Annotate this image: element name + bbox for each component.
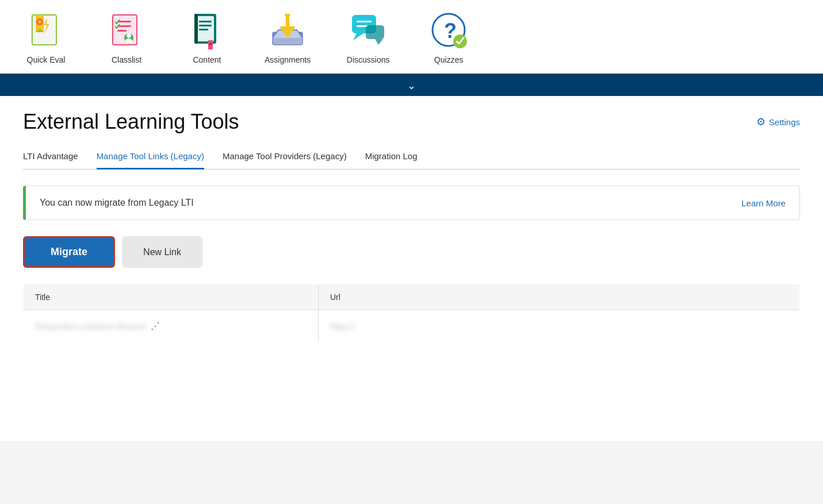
collapse-bar: ⌄ (0, 75, 823, 96)
learn-more-link[interactable]: Learn More (741, 198, 786, 208)
svg-rect-18 (199, 21, 212, 22)
settings-label: Settings (769, 117, 800, 127)
svg-point-5 (38, 20, 41, 24)
svg-point-13 (127, 33, 131, 38)
svg-rect-9 (117, 21, 131, 22)
classlist-icon (106, 9, 147, 51)
content-icon (186, 9, 228, 51)
nav-item-quick-eval[interactable]: Quick Eval (23, 9, 69, 64)
svg-rect-11 (117, 30, 127, 32)
tool-title-text: Respondus Lockdown Browser (35, 322, 146, 331)
nav-label-quick-eval: Quick Eval (27, 55, 66, 64)
gear-icon: ⚙ (756, 116, 765, 128)
svg-point-14 (125, 39, 132, 43)
nav-label-content: Content (193, 55, 221, 64)
info-banner: You can now migrate from Legacy LTI Lear… (23, 186, 800, 220)
action-buttons: Migrate New Link (23, 236, 800, 268)
tool-links-table: Title Url Respondus Lockdown Browser ⋰ h… (23, 284, 800, 343)
migrate-button[interactable]: Migrate (23, 236, 115, 268)
nav-item-assignments[interactable]: Assignments (265, 9, 311, 64)
tab-manage-tool-links[interactable]: Manage Tool Links (Legacy) (97, 145, 204, 170)
nav-label-quizzes: Quizzes (434, 55, 464, 64)
table-cell-title: Respondus Lockdown Browser ⋰ (24, 310, 319, 343)
tool-url-text: https:// (330, 322, 354, 331)
quizzes-icon: ? (428, 9, 469, 51)
main-content: External Learning Tools ⚙ Settings LTI A… (0, 96, 823, 441)
tab-manage-tool-providers[interactable]: Manage Tool Providers (Legacy) (223, 145, 347, 170)
collapse-button[interactable]: ⌄ (395, 77, 429, 94)
settings-link[interactable]: ⚙ Settings (756, 116, 800, 128)
svg-rect-10 (117, 25, 131, 27)
svg-rect-19 (199, 25, 212, 26)
share-icon: ⋰ (151, 321, 160, 332)
discussions-icon (347, 9, 389, 51)
nav-item-classlist[interactable]: Classlist (104, 9, 150, 64)
nav-label-assignments: Assignments (265, 55, 311, 64)
table-row: Respondus Lockdown Browser ⋰ https:// (24, 310, 800, 343)
new-link-button[interactable]: New Link (122, 236, 202, 268)
tabs-container: LTI Advantage Manage Tool Links (Legacy)… (23, 145, 800, 170)
tab-migration-log[interactable]: Migration Log (365, 145, 418, 170)
tab-lti-advantage[interactable]: LTI Advantage (23, 145, 78, 170)
nav-item-quizzes[interactable]: ? Quizzes (426, 9, 472, 64)
quick-eval-icon (25, 9, 67, 51)
nav-label-discussions: Discussions (347, 55, 390, 64)
nav-item-discussions[interactable]: Discussions (345, 9, 391, 64)
banner-text: You can now migrate from Legacy LTI (40, 198, 194, 208)
column-header-title: Title (24, 284, 319, 310)
svg-marker-29 (353, 33, 363, 40)
svg-rect-17 (194, 14, 198, 44)
table-cell-url: https:// (319, 310, 800, 343)
svg-rect-20 (199, 29, 208, 30)
column-header-url: Url (319, 284, 800, 310)
svg-rect-32 (366, 25, 384, 39)
page-header: External Learning Tools ⚙ Settings (23, 110, 800, 134)
svg-rect-30 (357, 21, 372, 22)
nav-label-classlist: Classlist (112, 55, 141, 64)
page-title: External Learning Tools (23, 110, 239, 134)
assignments-icon (267, 9, 308, 51)
svg-rect-27 (285, 14, 290, 16)
svg-marker-33 (375, 39, 383, 45)
nav-item-content[interactable]: Content (184, 9, 230, 64)
top-navigation: Quick Eval Classlist (0, 0, 823, 75)
